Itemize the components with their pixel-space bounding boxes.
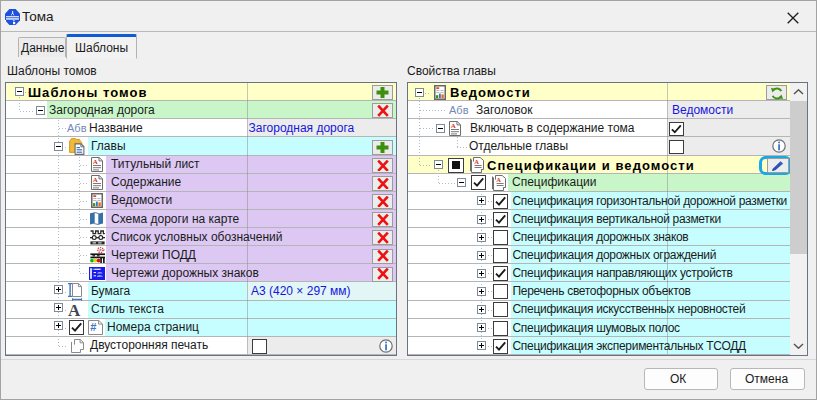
svg-text:A: A: [474, 158, 479, 165]
svg-text:A: A: [451, 121, 456, 129]
svg-text:#: #: [90, 322, 96, 334]
svg-text:A: A: [496, 176, 501, 183]
svg-text:A: A: [93, 158, 98, 166]
svg-text:A: A: [93, 176, 98, 184]
